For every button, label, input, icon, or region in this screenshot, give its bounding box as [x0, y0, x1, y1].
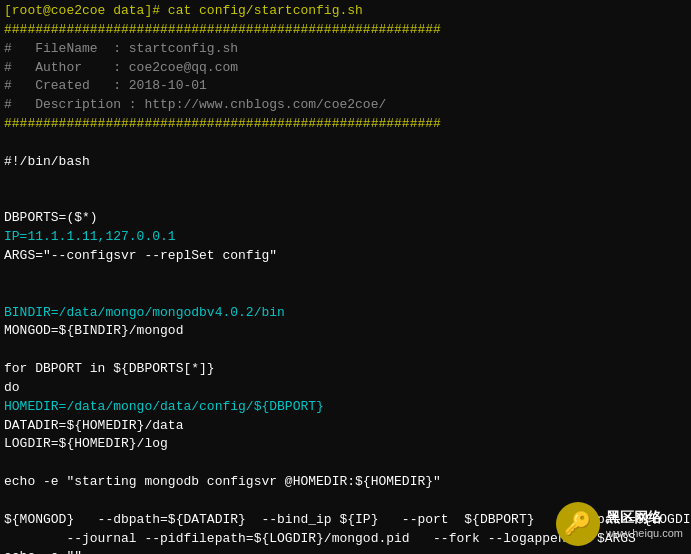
terminal: [root@coe2coe data]# cat config/startcon…	[0, 0, 691, 554]
terminal-line: echo -e ""	[4, 548, 687, 554]
terminal-line: do	[4, 379, 687, 398]
terminal-line	[4, 454, 687, 473]
terminal-line: for DBPORT in ${DBPORTS[*]}	[4, 360, 687, 379]
terminal-line	[4, 341, 687, 360]
watermark-site: 黑区网络	[606, 509, 662, 527]
watermark-text: 黑区网络 www.heiqu.com	[606, 509, 683, 539]
terminal-line: MONGOD=${BINDIR}/mongod	[4, 322, 687, 341]
terminal-line: LOGDIR=${HOMEDIR}/log	[4, 435, 687, 454]
terminal-line: # Author : coe2coe@qq.com	[4, 59, 687, 78]
terminal-line: #!/bin/bash	[4, 153, 687, 172]
terminal-line: ########################################…	[4, 21, 687, 40]
terminal-line: DATADIR=${HOMEDIR}/data	[4, 417, 687, 436]
watermark-sub: www.heiqu.com	[606, 527, 683, 539]
terminal-line: ########################################…	[4, 115, 687, 134]
terminal-line: # FileName : startconfig.sh	[4, 40, 687, 59]
terminal-line	[4, 134, 687, 153]
terminal-line: echo -e "starting mongodb configsvr @HOM…	[4, 473, 687, 492]
terminal-line: ARGS="--configsvr --replSet config"	[4, 247, 687, 266]
terminal-line: # Created : 2018-10-01	[4, 77, 687, 96]
terminal-line: DBPORTS=($*)	[4, 209, 687, 228]
watermark: 🔑 黑区网络 www.heiqu.com	[556, 502, 683, 546]
terminal-line	[4, 266, 687, 285]
watermark-icon: 🔑	[556, 502, 600, 546]
terminal-line: HOMEDIR=/data/mongo/data/config/${DBPORT…	[4, 398, 687, 417]
terminal-line	[4, 190, 687, 209]
terminal-line: BINDIR=/data/mongo/mongodbv4.0.2/bin	[4, 304, 687, 323]
terminal-line: IP=11.1.1.11,127.0.0.1	[4, 228, 687, 247]
terminal-line	[4, 285, 687, 304]
terminal-line: # Description : http://www.cnblogs.com/c…	[4, 96, 687, 115]
terminal-line	[4, 172, 687, 191]
terminal-line: [root@coe2coe data]# cat config/startcon…	[4, 2, 687, 21]
